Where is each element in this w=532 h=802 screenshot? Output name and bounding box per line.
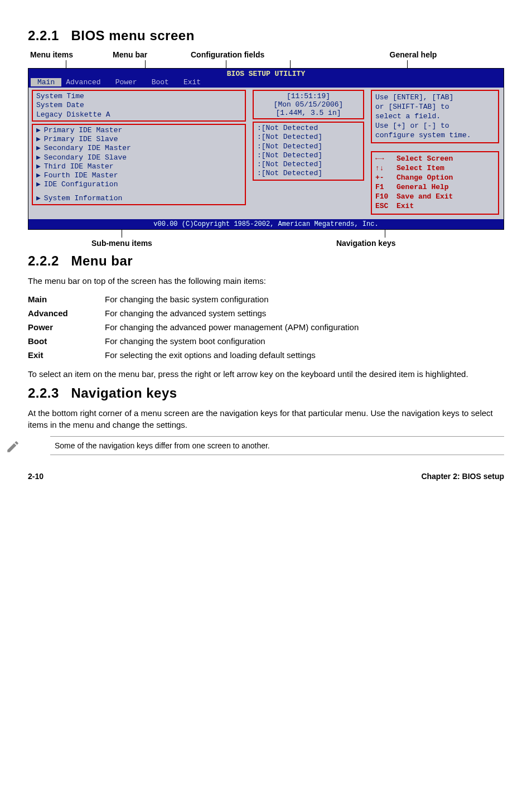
section-title: Menu bar [71, 253, 133, 268]
navkey-arrows-ud: ↑↓ [375, 164, 396, 173]
navkeys-text: At the bottom right corner of a menu scr… [28, 408, 504, 431]
desc-boot: For changing the system boot configurati… [105, 334, 504, 348]
triangle-icon: ▶ [36, 153, 41, 162]
triangle-icon: ▶ [36, 144, 41, 152]
navkey-row: ESCExit [375, 202, 495, 211]
desc-advanced: For changing the advanced system setting… [105, 306, 504, 320]
page-footer: 2-10 Chapter 2: BIOS setup [28, 472, 504, 481]
navkey-f10: F10 [375, 192, 396, 202]
page-number: 2-10 [28, 472, 43, 481]
value-system-time[interactable]: [11:51:19] [257, 92, 360, 100]
diagram-top-labels: Menu items Menu bar Configuration fields… [28, 50, 504, 60]
navkey-arrows-lr: ←→ [375, 154, 396, 164]
menubar-outro: To select an item on the menu bar, press… [28, 369, 504, 380]
triangle-icon: ▶ [36, 162, 41, 171]
note-text: Some of the navigation keys differ from … [50, 436, 504, 455]
section-num: 2.2.2 [28, 253, 59, 268]
desc-power: For changing the advanced power manageme… [105, 320, 504, 334]
box-detect-values: :[Not Detected :[Not Detected] :[Not Det… [253, 122, 364, 181]
row-secondary-ide-slave[interactable]: ▶Secondary IDE Slave [36, 153, 241, 162]
box-submenu-items: ▶Primary IDE Master ▶Primary IDE Slave ▶… [32, 124, 246, 205]
row-ide-configuration[interactable]: ▶IDE Configuration [36, 180, 241, 189]
bios-right-column: Use [ENTER], [TAB] or [SHIFT-TAB] to sel… [367, 88, 501, 217]
help-line: Use [+] or [-] to [375, 122, 495, 131]
def-row-boot: Boot For changing the system boot config… [28, 334, 504, 348]
bottom-connectors [28, 230, 504, 238]
value-fourth-ide-master: :[Not Detected] [257, 169, 360, 178]
top-connectors [28, 60, 504, 68]
bios-body: System Time System Date Legacy Diskette … [28, 88, 504, 219]
row-secondary-ide-master[interactable]: ▶Secondary IDE Master [36, 144, 241, 153]
menubar-advanced[interactable]: Advanced [61, 78, 110, 86]
bios-left-column: System Time System Date Legacy Diskette … [32, 88, 249, 217]
box-datetime: System Time System Date Legacy Diskette … [32, 90, 246, 122]
menubar-power[interactable]: Power [111, 78, 147, 86]
term-main: Main [28, 292, 105, 306]
section-heading-221: 2.2.1 BIOS menu screen [28, 28, 504, 44]
pencil-icon [6, 439, 20, 454]
value-secondary-ide-master: :[Not Detected] [257, 142, 360, 151]
section-title: BIOS menu screen [71, 28, 194, 43]
bios-title: BIOS SETUP UTILITY [28, 69, 504, 78]
menubar-boot[interactable]: Boot [147, 78, 179, 86]
navkey-row: +-Change Option [375, 173, 495, 183]
box-general-help: Use [ENTER], [TAB] or [SHIFT-TAB] to sel… [371, 90, 499, 143]
section-heading-223: 2.2.3 Navigation keys [28, 385, 504, 401]
value-primary-ide-master: :[Not Detected [257, 124, 360, 133]
row-system-information[interactable]: ▶System Information [36, 194, 241, 203]
row-primary-ide-slave[interactable]: ▶Primary IDE Slave [36, 135, 241, 144]
label-menu-bar: Menu bar [113, 50, 191, 59]
triangle-icon: ▶ [36, 135, 41, 143]
navkey-row: F10Save and Exit [375, 192, 495, 202]
bios-footer: v00.00 (C)Copyright 1985-2002, American … [28, 219, 504, 229]
menubar-exit[interactable]: Exit [179, 78, 211, 86]
triangle-icon: ▶ [36, 171, 41, 180]
navkey-row: ↑↓Select Item [375, 164, 495, 173]
navkey-row: ←→Select Screen [375, 154, 495, 164]
row-primary-ide-master[interactable]: ▶Primary IDE Master [36, 126, 241, 135]
section-num: 2.2.1 [28, 28, 59, 43]
chapter-label: Chapter 2: BIOS setup [421, 472, 504, 481]
help-line: configure system time. [375, 131, 495, 141]
bios-menubar: Main Advanced Power Boot Exit [28, 78, 504, 88]
label-submenu-items: Sub-menu items [91, 239, 152, 248]
note-block: Some of the navigation keys differ from … [28, 436, 504, 455]
value-legacy-diskette[interactable]: [1.44M, 3.5 in] [257, 109, 360, 117]
row-legacy-diskette[interactable]: Legacy Diskette A [36, 110, 241, 119]
navkey-plus-minus: +- [375, 173, 396, 183]
bios-window: BIOS SETUP UTILITY Main Advanced Power B… [28, 68, 504, 230]
navkey-f1: F1 [375, 183, 396, 192]
menubar-main[interactable]: Main [31, 78, 61, 86]
value-system-date[interactable]: [Mon 05/15/2006] [257, 100, 360, 109]
label-menu-items: Menu items [30, 50, 113, 59]
navkey-esc: ESC [375, 202, 396, 211]
term-exit: Exit [28, 348, 105, 362]
menubar-definitions: Main For changing the basic system confi… [28, 292, 504, 362]
help-line: or [SHIFT-TAB] to [375, 103, 495, 112]
def-row-exit: Exit For selecting the exit options and … [28, 348, 504, 362]
row-third-ide-master[interactable]: ▶Third IDE Master [36, 162, 241, 171]
triangle-icon: ▶ [36, 126, 41, 134]
menubar-intro: The menu bar on top of the screen has th… [28, 276, 504, 287]
term-boot: Boot [28, 334, 105, 348]
def-row-main: Main For changing the basic system confi… [28, 292, 504, 306]
row-fourth-ide-master[interactable]: ▶Fourth IDE Master [36, 171, 241, 180]
triangle-icon: ▶ [36, 194, 41, 202]
diagram-bottom-labels: Sub-menu items Navigation keys [28, 238, 504, 248]
row-system-time[interactable]: System Time [36, 92, 241, 101]
value-secondary-ide-slave: :[Not Detected] [257, 151, 360, 160]
row-system-date[interactable]: System Date [36, 101, 241, 110]
value-primary-ide-slave: :[Not Detected] [257, 133, 360, 142]
desc-exit: For selecting the exit options and loadi… [105, 348, 504, 362]
triangle-icon: ▶ [36, 180, 41, 189]
label-general-help: General help [325, 50, 502, 59]
help-line: select a field. [375, 112, 495, 122]
box-datetime-values: [11:51:19] [Mon 05/15/2006] [1.44M, 3.5 … [253, 90, 364, 119]
def-row-advanced: Advanced For changing the advanced syste… [28, 306, 504, 320]
def-row-power: Power For changing the advanced power ma… [28, 320, 504, 334]
section-title: Navigation keys [71, 385, 177, 400]
navkey-row: F1General Help [375, 183, 495, 192]
label-navigation-keys: Navigation keys [336, 239, 396, 248]
box-navigation-keys: ←→Select Screen ↑↓Select Item +-Change O… [371, 151, 499, 214]
label-config-fields: Configuration fields [191, 50, 325, 59]
